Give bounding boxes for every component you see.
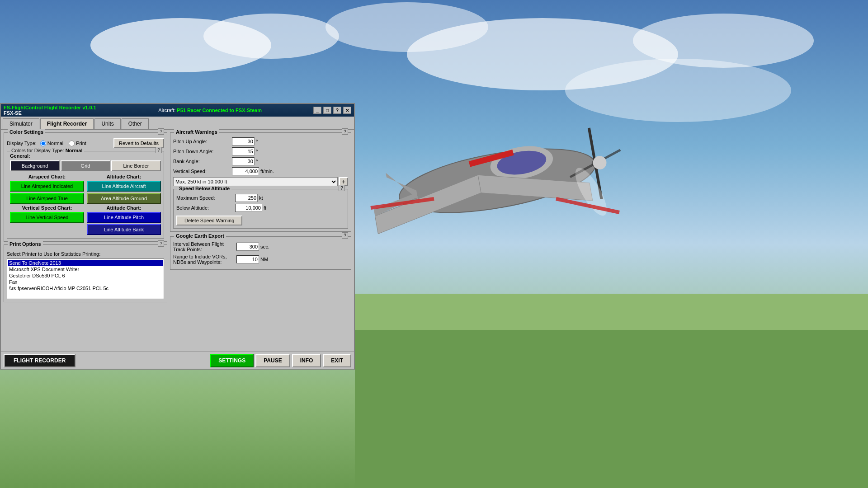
colors-for-display-title: Colors for Display Type: Normal [10,148,84,153]
printer-list[interactable]: Send To OneNote 2013 Microsoft XPS Docum… [7,258,164,299]
pitch-up-unit: ° [256,139,258,144]
left-panel: Color Settings ? Display Type: Normal Pr… [4,132,167,347]
pitch-up-label: Pitch Up Angle: [173,139,232,144]
minimize-button[interactable]: _ [313,107,321,114]
attitude-chart-label: Attitude Chart: [87,205,161,211]
tab-flight-recorder[interactable]: Flight Recorder [40,118,94,129]
altitude-chart-label: Altitude Chart: [87,174,161,179]
bank-angle-row: Bank Angle: ° [173,157,348,165]
tab-bar: Simulator Flight Recorder Units Other [1,117,354,130]
line-attitude-bank-button[interactable]: Line Attitude Bank [87,224,161,235]
below-altitude-unit: ft [264,205,266,211]
interval-label: Interval Between FlightTrack Points: [173,241,236,252]
delete-speed-warning-button[interactable]: Delete Speed Warning [176,216,242,225]
flight-recorder-button[interactable]: FLIGHT RECORDER [4,354,75,367]
line-airspeed-indicated-button[interactable]: Line Airspeed Indicated [10,181,84,192]
printer-item-3[interactable]: Fax [8,279,163,285]
display-type-row: Display Type: Normal Print Revert to Def… [7,138,164,148]
tab-simulator[interactable]: Simulator [3,118,39,129]
airspeed-chart-section: Airspeed Chart: Line Airspeed Indicated … [10,174,84,205]
pause-button[interactable]: PAUSE [255,354,290,367]
settings-button[interactable]: SETTINGS [210,354,254,367]
range-input[interactable] [236,255,259,263]
line-airspeed-true-button[interactable]: Line Airspeed True [10,193,84,204]
range-unit: NM [260,257,268,262]
pitch-down-input[interactable] [232,147,255,155]
vertical-speed-row: Vertical Speed: ft/min. [173,167,348,175]
right-panel: Aircraft Warnings ? Pitch Up Angle: ° Pi… [170,132,351,347]
print-options-title: Print Options [8,241,43,247]
charts-row-1: Airspeed Chart: Line Airspeed Indicated … [10,174,161,205]
title-center: Aircraft: P51 Racer Connected to FSX-Ste… [107,108,313,113]
range-label: Range to Include VORs,NDBs and Waypoints… [173,254,236,265]
colors-for-value: Normal [66,148,83,153]
print-options-help-icon[interactable]: ? [158,240,164,247]
close-button[interactable]: ✕ [343,107,351,114]
printer-item-0[interactable]: Send To OneNote 2013 [8,260,163,266]
max-speed-unit: kt [259,195,263,201]
pitch-down-unit: ° [256,149,258,154]
speed-below-altitude-help-icon[interactable]: ? [339,185,345,191]
app-name: FS-FlightControl Flight Recorder v1.0.1 [4,105,96,110]
radio-normal[interactable] [40,141,46,146]
line-vertical-speed-button[interactable]: Line Vertical Speed [10,212,84,223]
info-button[interactable]: INFO [292,354,321,367]
airplane-group [366,123,632,258]
color-settings-title: Color Settings [8,129,45,135]
below-altitude-row: Below Altitude: ft [176,204,345,212]
below-altitude-label: Below Altitude: [176,205,235,211]
bank-angle-label: Bank Angle: [173,159,232,164]
color-settings-group: Color Settings ? Display Type: Normal Pr… [4,132,167,242]
airspeed-chart-label: Airspeed Chart: [10,174,84,179]
radio-print-text: Print [76,141,86,146]
line-attitude-pitch-button[interactable]: Line Attitude Pitch [87,212,161,223]
help-button[interactable]: ? [333,107,341,114]
attitude-chart-section: Attitude Chart: Line Attitude Pitch Line… [87,205,161,236]
vertical-speed-chart-label: Vertical Speed Chart: [10,205,84,211]
google-earth-group: Google Earth Export ? Interval Between F… [170,236,351,270]
pitch-up-row: Pitch Up Angle: ° [173,137,348,145]
tab-other[interactable]: Other [122,118,149,129]
exit-button[interactable]: EXIT [323,354,351,367]
general-color-buttons: Background Grid Line Border [10,160,161,171]
line-altitude-aircraft-button[interactable]: Line Altitude Aircraft [87,181,161,192]
maximize-button[interactable]: □ [323,107,331,114]
pitch-up-input[interactable] [232,137,255,145]
max-speed-input[interactable] [235,194,258,202]
tab-units[interactable]: Units [94,118,120,129]
main-window: FS-FlightControl Flight Recorder v1.0.1 … [0,103,355,370]
printer-item-2[interactable]: Gestetner DSc530 PCL 6 [8,272,163,279]
altitude-chart-section: Altitude Chart: Line Altitude Aircraft A… [87,174,161,205]
radio-normal-label[interactable]: Normal [40,141,63,146]
vertical-speed-input[interactable] [232,167,259,175]
line-border-button[interactable]: Line Border [111,160,161,171]
area-altitude-ground-button[interactable]: Area Altitude Ground [87,193,161,204]
radio-print-label[interactable]: Print [69,141,86,146]
interval-input[interactable] [236,243,259,251]
bank-angle-input[interactable] [232,157,255,165]
aircraft-warnings-title: Aircraft Warnings [174,129,219,135]
aircraft-warnings-help-icon[interactable]: ? [342,128,348,135]
grid-button[interactable]: Grid [61,160,110,171]
max-speed-label: Maximum Speed: [176,195,235,201]
bottom-bar: FLIGHT RECORDER SETTINGS PAUSE INFO EXIT [1,352,354,369]
content-area: Color Settings ? Display Type: Normal Pr… [1,130,354,350]
speed-warning-select[interactable]: Max. 250 kt in 10,000 ft [173,177,338,186]
range-row: Range to Include VORs,NDBs and Waypoints… [173,254,348,265]
below-altitude-input[interactable] [235,204,262,212]
google-earth-help-icon[interactable]: ? [342,232,348,239]
print-options-group: Print Options ? Select Printer to Use fo… [4,244,167,302]
background-button[interactable]: Background [10,160,60,171]
speed-below-altitude-title: Speed Below Altitude [177,186,231,191]
colors-for-help-icon[interactable]: ? [156,147,162,153]
radio-print[interactable] [69,141,75,146]
printer-item-4[interactable]: \\rs-fpserver\RICOH Aficio MP C2051 PCL … [8,285,163,291]
vertical-speed-chart-section: Vertical Speed Chart: Line Vertical Spee… [10,205,84,236]
aircraft-label: Aircraft: [158,108,175,113]
color-settings-help-icon[interactable]: ? [158,128,164,135]
bank-angle-unit: ° [256,159,258,164]
charts-row-2: Vertical Speed Chart: Line Vertical Spee… [10,205,161,236]
speed-below-altitude-group: Speed Below Altitude ? Maximum Speed: kt… [173,189,348,229]
general-label: General: [10,153,161,159]
printer-item-1[interactable]: Microsoft XPS Document Writer [8,266,163,272]
